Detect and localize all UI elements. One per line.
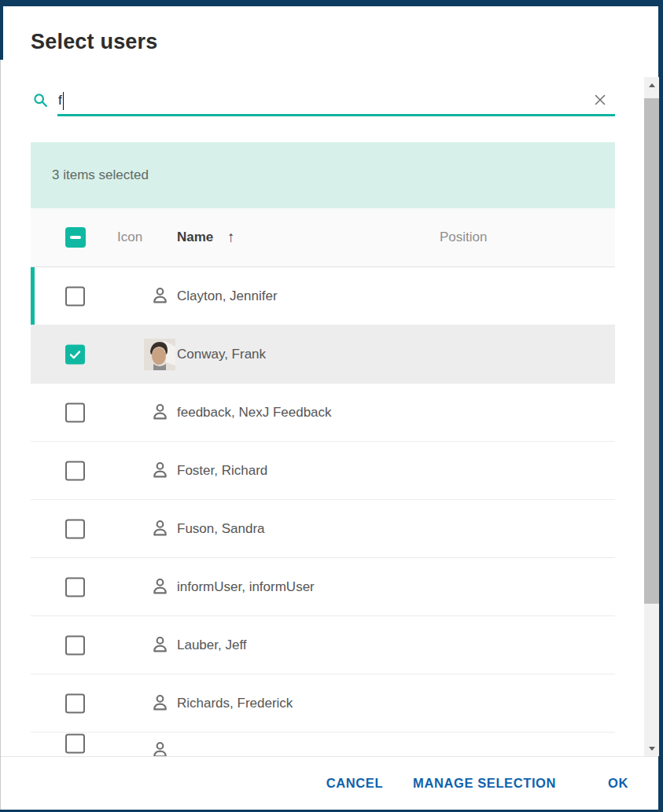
- column-header-position[interactable]: Position: [440, 230, 487, 245]
- table-header: Icon Name ↑ Position: [31, 208, 615, 267]
- person-icon: [149, 460, 171, 481]
- column-header-icon: Icon: [117, 230, 142, 245]
- arrow-down-icon: [649, 747, 655, 751]
- person-icon: [149, 285, 171, 307]
- scroll-up-button[interactable]: [644, 77, 659, 93]
- person-icon: [149, 518, 171, 539]
- clear-search-icon[interactable]: [591, 91, 609, 108]
- select-all-checkbox[interactable]: [65, 227, 86, 248]
- checkmark-icon: [68, 347, 83, 362]
- row-checkbox[interactable]: [65, 734, 85, 754]
- selection-banner: 3 items selected: [31, 142, 615, 208]
- user-name: Conway, Frank: [177, 347, 266, 362]
- dialog-title: Select users: [31, 30, 158, 54]
- arrow-up-icon: [649, 83, 655, 87]
- person-icon: [149, 693, 171, 714]
- search-field[interactable]: f: [1, 85, 615, 123]
- active-row-indicator: [31, 267, 35, 325]
- indeterminate-mark-icon: [70, 236, 81, 238]
- table-row[interactable]: [31, 733, 615, 757]
- row-checkbox[interactable]: [65, 519, 85, 538]
- person-icon: [149, 634, 171, 656]
- row-checkbox[interactable]: [65, 693, 85, 713]
- cancel-button[interactable]: CANCEL: [326, 776, 383, 791]
- select-users-dialog: Select users f 3 items selected Icon Nam…: [0, 6, 658, 810]
- user-name: Richards, Frederick: [177, 696, 293, 711]
- avatar: [144, 339, 175, 370]
- table-row[interactable]: informUser, informUser: [31, 558, 615, 616]
- person-icon: [149, 402, 171, 423]
- scrollbar-thumb[interactable]: [644, 98, 659, 604]
- search-input[interactable]: f: [58, 90, 64, 112]
- ok-button[interactable]: OK: [608, 776, 628, 791]
- user-name: feedback, NexJ Feedback: [177, 405, 332, 421]
- user-name: Fuson, Sandra: [177, 521, 265, 537]
- column-header-name[interactable]: Name: [177, 230, 213, 245]
- sort-ascending-icon[interactable]: ↑: [227, 229, 235, 246]
- selection-count-text: 3 items selected: [52, 167, 149, 183]
- table-row[interactable]: feedback, NexJ Feedback: [31, 384, 615, 442]
- user-name: Clayton, Jennifer: [177, 288, 278, 304]
- vertical-scrollbar[interactable]: [644, 77, 659, 756]
- row-checkbox[interactable]: [65, 461, 85, 480]
- table-row[interactable]: Richards, Frederick: [31, 674, 615, 733]
- users-table: 3 items selected Icon Name ↑ Position: [31, 142, 615, 757]
- row-checkbox[interactable]: [65, 402, 85, 422]
- table-body: Clayton, Jennifer: [31, 267, 615, 757]
- text-caret: [63, 92, 64, 110]
- row-checkbox[interactable]: [65, 286, 85, 306]
- scroll-down-button[interactable]: [644, 740, 659, 756]
- user-name: informUser, informUser: [177, 579, 315, 595]
- window-frame-edge: [0, 0, 3, 60]
- search-underline: [57, 114, 615, 116]
- user-name: Foster, Richard: [177, 463, 267, 479]
- person-icon: [149, 740, 171, 758]
- row-checkbox[interactable]: [65, 635, 85, 655]
- table-row[interactable]: Fuson, Sandra: [31, 500, 615, 558]
- table-row[interactable]: Clayton, Jennifer: [31, 267, 615, 325]
- row-checkbox[interactable]: [65, 344, 85, 364]
- person-icon: [149, 576, 171, 597]
- search-icon: [32, 92, 50, 109]
- search-input-value: f: [58, 93, 62, 108]
- user-name: Lauber, Jeff: [177, 637, 247, 653]
- manage-selection-button[interactable]: MANAGE SELECTION: [413, 776, 556, 791]
- row-checkbox[interactable]: [65, 577, 85, 597]
- table-row[interactable]: Foster, Richard: [31, 442, 615, 500]
- dialog-footer: CANCEL MANAGE SELECTION OK: [1, 756, 658, 810]
- table-row[interactable]: Conway, Frank: [31, 325, 615, 384]
- table-row[interactable]: Lauber, Jeff: [31, 616, 615, 674]
